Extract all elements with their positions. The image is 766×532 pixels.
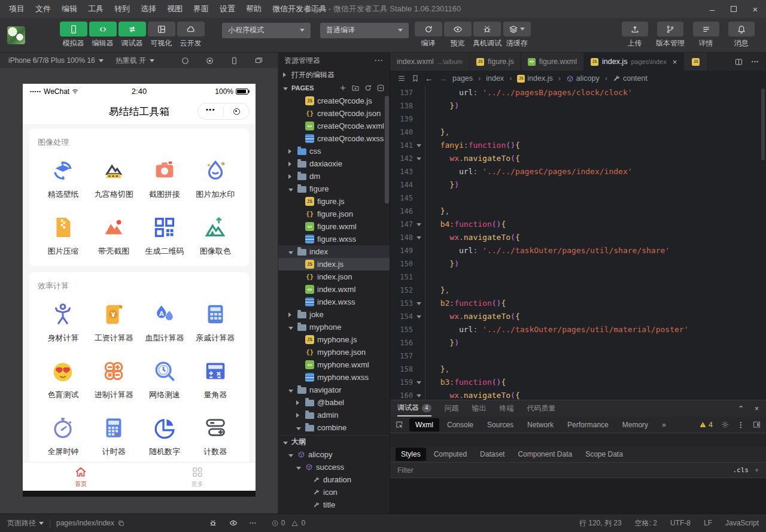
more-status-button[interactable]: ··· [250,519,257,527]
devtools-tab-Sources[interactable]: Sources [481,418,519,431]
tool-item[interactable]: 全屏时钟 [38,414,89,457]
tree-item-myphone.js[interactable]: JSmyphone.js [278,333,390,346]
code-line[interactable]: 144 }) [390,178,766,191]
line-number[interactable]: 145 [390,191,413,205]
toolbar-button-layout[interactable]: 可视化 [147,22,175,48]
code-line[interactable]: 151 [390,270,766,284]
devtools-menu-button[interactable]: ⋮ [737,421,744,429]
warning-counter[interactable]: 4 [699,421,713,429]
close-tab-icon[interactable]: × [673,57,677,66]
tool-item[interactable]: 图片加水印 [190,156,241,200]
styles-tab-Scope-Data[interactable]: Scope Data [580,448,628,461]
code-line[interactable]: 152 }, [390,284,766,297]
tree-item-admin[interactable]: admin [278,409,390,421]
avatar[interactable] [7,26,25,44]
statusbar-indicator[interactable]: JavaScript [725,518,759,528]
code-line[interactable]: 139 [390,113,766,126]
tool-item[interactable]: 身材计算 [38,300,89,343]
toolbar-button-cloud[interactable]: 云开发 [177,22,205,48]
fold-toggle[interactable] [413,389,425,400]
phone-tab-more[interactable]: 更多 [139,463,256,491]
code-line[interactable]: 140 }, [390,126,766,139]
toolbar-button-layers[interactable]: 清缓存 [503,22,531,48]
tree-item-index[interactable]: index [278,245,390,258]
refresh-sm-button[interactable] [364,84,372,92]
toolbar-button-bell[interactable]: 消息 [727,22,755,48]
tool-item[interactable]: 亲戚计算器 [190,300,241,343]
nav-back-button[interactable]: ← [425,74,433,83]
fold-toggle[interactable] [413,139,425,152]
menu-item[interactable]: 编辑 [56,0,83,18]
menu-item[interactable]: 转到 [109,0,135,18]
fold-toggle[interactable] [413,376,425,389]
toolbar-button-bug[interactable]: 真机调试 [473,22,501,48]
line-number[interactable]: 149 [390,244,413,257]
line-number[interactable]: 139 [390,113,413,126]
tree-item-figure.js[interactable]: JSfigure.js [278,195,390,208]
line-number[interactable]: 140 [390,126,413,139]
explorer-scrollbar[interactable] [385,96,389,203]
styles-tab-Computed[interactable]: Computed [428,448,472,461]
tool-item[interactable]: 图片压缩 [38,213,89,257]
tree-item-joke[interactable]: joke [278,308,390,321]
collapse-all-button[interactable] [376,84,385,92]
menu-item[interactable]: 设置 [214,0,241,18]
devtools-tab-Memory[interactable]: Memory [616,418,654,431]
tool-item[interactable]: 网络测速 [139,357,190,400]
tree-item-figure.wxml[interactable]: <>figure.wxml [278,220,390,233]
dock-side-button[interactable] [752,420,761,429]
tree-item-figure.wxss[interactable]: figure.wxss [278,233,390,245]
toolbar-button-upload[interactable]: 上传 [621,22,649,48]
toolbar-button-swap[interactable]: 调试器 [118,22,146,48]
tool-item[interactable]: 生成二维码 [139,213,190,257]
tree-item-createQrcode.wxss[interactable]: createQrcode.wxss [278,132,390,145]
tree-item-myphone.wxml[interactable]: <>myphone.wxml [278,358,390,371]
code-line[interactable]: 146 }, [390,205,766,218]
debugger-tab-终端[interactable]: 终端 [500,400,514,417]
line-number[interactable]: 141 [390,139,413,152]
editor-tab-figure.wxml[interactable]: <>figure.wxml [521,53,584,71]
line-number[interactable]: 157 [390,349,413,363]
add-style-button[interactable]: + [755,466,759,475]
code-line[interactable]: 150 }) [390,257,766,270]
line-number[interactable]: 142 [390,152,413,165]
tree-item-combine[interactable]: combine [278,421,390,434]
line-number[interactable]: 160 [390,389,413,400]
tree-item-myphone[interactable]: myphone [278,321,390,333]
tool-item[interactable]: 精选壁纸 [38,156,89,200]
tool-item[interactable]: 量角器 [190,357,241,400]
tool-item[interactable]: 截图拼接 [139,156,190,200]
statusbar-indicator[interactable]: 空格: 2 [635,518,657,528]
editor-tab-index.wxml[interactable]: index.wxml ...\album [390,53,470,71]
more-menu-button[interactable]: ••• [198,107,223,116]
line-number[interactable]: 150 [390,257,413,270]
fold-toggle[interactable] [413,310,425,323]
devtools-tab-Performance[interactable]: Performance [561,418,615,431]
bookmark-button[interactable] [411,74,420,83]
code-line[interactable]: 137 url: '../../pagesB/pages/clock/clock… [390,86,766,99]
code-line[interactable]: 155 url: '../../taskOuter/pages/util/mat… [390,323,766,336]
tree-item-createQrcode.wxml[interactable]: <>createQrcode.wxml [278,120,390,132]
maximize-button[interactable] [723,0,744,18]
split-editor-button[interactable] [734,57,743,66]
preview-status-icon[interactable] [229,519,238,527]
breadcrumb-item-pages[interactable]: pages [452,74,473,83]
line-number[interactable]: 153 [390,297,413,310]
line-number[interactable]: 146 [390,205,413,218]
fold-toggle[interactable] [413,297,425,310]
line-number[interactable]: 156 [390,336,413,349]
tree-item-index.wxss[interactable]: index.wxss [278,296,390,308]
tree-item-navigator[interactable]: navigator [278,384,390,396]
outline-section-row[interactable]: 大纲 [278,435,390,448]
breadcrumb-item-index.js[interactable]: JSindex.js [517,74,552,83]
line-number[interactable]: 138 [390,99,413,113]
code-line[interactable]: 153 b2:function(){ [390,297,766,310]
menu-item[interactable]: 选择 [135,0,162,18]
tree-item-@babel[interactable]: @babel [278,396,390,409]
sim-multiwin-button[interactable] [254,56,263,65]
compile-select[interactable]: 普通编译 [320,23,409,38]
close-panel-button[interactable]: × [755,405,759,413]
tool-item[interactable]: A 血型计算器 [139,300,190,343]
pages-root-row[interactable]: PAGES [278,81,390,95]
line-number[interactable]: 144 [390,178,413,191]
